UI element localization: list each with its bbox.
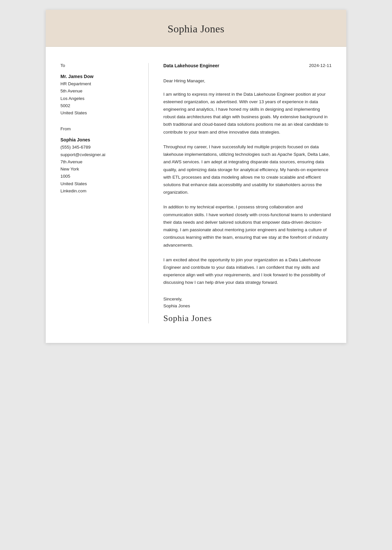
recipient-line4: 5002 [60, 102, 139, 109]
recipient-line5: United States [60, 109, 139, 117]
paragraph-3: In addition to my technical expertise, I… [163, 203, 332, 249]
sender-line5: Linkedin.com [60, 187, 139, 195]
job-title: Data Lakehouse Engineer [163, 63, 219, 68]
letter-header-row: Data Lakehouse Engineer 2024-12-11 [163, 63, 332, 68]
recipient-line3: Los Angeles [60, 95, 139, 102]
letter-date: 2024-12-11 [309, 63, 332, 68]
recipient-name: Mr. James Dow [60, 74, 139, 79]
recipient-line2: 5th Avenue [60, 88, 139, 95]
paragraph-2: Throughout my career, I have successfull… [163, 143, 332, 196]
from-section: From Sophia Jones (555) 345-6789 support… [60, 126, 139, 195]
cover-letter-page: Sophia Jones To Mr. James Dow HR Departm… [46, 10, 346, 343]
from-label: From [60, 126, 139, 131]
to-section: To Mr. James Dow HR Department 5th Avenu… [60, 63, 139, 117]
body-content: To Mr. James Dow HR Department 5th Avenu… [46, 47, 346, 343]
right-column: Data Lakehouse Engineer 2024-12-11 Dear … [149, 63, 332, 323]
sender-line2: New York [60, 166, 139, 173]
recipient-line1: HR Department [60, 80, 139, 88]
sender-email: support@cvdesigner.ai [60, 151, 139, 158]
sender-line3: 1005 [60, 173, 139, 180]
sender-name: Sophia Jones [60, 137, 139, 142]
applicant-name: Sophia Jones [52, 23, 340, 35]
closing-block: Sincerely, Sophia Jones Sophia Jones [163, 296, 332, 323]
salutation: Dear Hiring Manager, [163, 77, 332, 85]
header: Sophia Jones [46, 10, 346, 47]
sender-line1: 7th Avenue [60, 158, 139, 166]
paragraph-4: I am excited about the opportunity to jo… [163, 256, 332, 286]
left-column: To Mr. James Dow HR Department 5th Avenu… [60, 63, 149, 323]
signature: Sophia Jones [163, 314, 332, 323]
paragraph-1: I am writing to express my interest in t… [163, 90, 332, 136]
sender-phone: (555) 345-6789 [60, 144, 139, 151]
closing-text: Sincerely, [163, 296, 332, 303]
sender-line4: United States [60, 180, 139, 187]
closing-name: Sophia Jones [163, 302, 332, 310]
to-label: To [60, 63, 139, 68]
